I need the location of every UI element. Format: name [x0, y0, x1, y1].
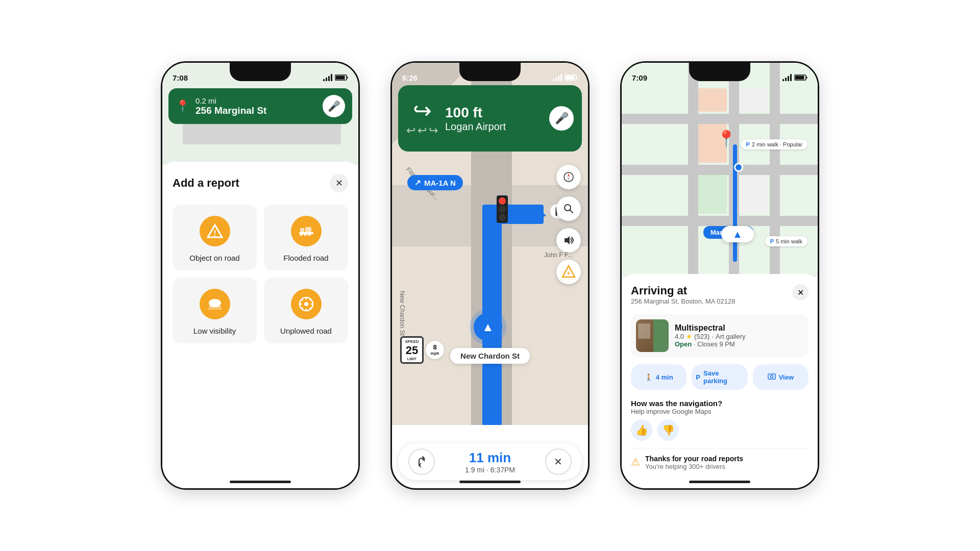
parking-icon: P: [696, 373, 700, 381]
svg-rect-25: [553, 79, 554, 81]
compass-fab[interactable]: [556, 165, 581, 189]
phone-2: 6:26: [390, 61, 590, 490]
arriving-close-button[interactable]: ✕: [792, 284, 808, 300]
battery-icon-3: [794, 74, 807, 81]
report-item-flooded-road[interactable]: Flooded road: [264, 205, 348, 270]
svg-rect-28: [560, 74, 562, 81]
p3-parking-text2: 5 min walk: [776, 238, 802, 244]
thumbs-up-button[interactable]: 👍: [631, 419, 652, 441]
traffic-light-green: [499, 214, 506, 221]
report-item-unplowed-road[interactable]: Unplowed road: [264, 278, 348, 343]
nav2-turn-mini-icons: ↩ ↩ ↪: [406, 124, 438, 137]
search-fab[interactable]: [556, 196, 581, 221]
object-on-road-label: Object on road: [189, 254, 239, 262]
svg-rect-46: [806, 77, 807, 79]
svg-rect-0: [323, 79, 325, 81]
svg-text:+: +: [567, 269, 571, 277]
feedback-subtext: Help improve Google Maps: [631, 408, 808, 415]
report-item-low-visibility[interactable]: Low visibility: [173, 278, 257, 343]
p3-parking-badge2: P 5 min walk: [765, 236, 807, 246]
svg-rect-14: [208, 308, 222, 310]
thumbs-down-button[interactable]: 👎: [657, 419, 679, 441]
signal-icon-3: [782, 74, 792, 81]
phone2-bottom-bar: 11 min 1.9 mi · 6:37PM ✕: [398, 443, 582, 480]
svg-rect-31: [566, 76, 575, 80]
mini-arrow-2: ↩: [418, 124, 427, 137]
speed-limit-container: SPEED 25 LIMIT 8 mph: [400, 336, 444, 364]
report-fab[interactable]: +: [556, 260, 581, 284]
svg-rect-26: [555, 78, 557, 81]
road-report-text-block: Thanks for your road reports You're help…: [645, 455, 743, 470]
feedback-section: How was the navigation? Help improve Goo…: [631, 399, 808, 441]
action-parking-button[interactable]: P Save parking: [692, 364, 747, 390]
phone1-status-icons: [323, 74, 348, 81]
action-walk-button[interactable]: 🚶 4 min: [631, 364, 687, 390]
report-item-object-on-road[interactable]: ! Object on road: [173, 205, 257, 270]
arriving-header: Arriving at 256 Marginal St, Boston, MA …: [631, 284, 808, 312]
flooded-road-label: Flooded road: [283, 254, 328, 262]
parking-label: Save parking: [703, 369, 744, 385]
nav2-street: Logan Airport: [445, 121, 542, 133]
svg-marker-35: [568, 177, 570, 181]
speed-limit-value: 25: [406, 344, 418, 357]
audio-fab[interactable]: [556, 228, 581, 253]
place-name: Multispectral: [675, 323, 746, 333]
feedback-buttons: 👍 👎: [631, 419, 808, 441]
report-add-icon: +: [561, 265, 576, 279]
walk-icon: 🚶: [645, 373, 653, 381]
thumbs-down-icon: 👎: [662, 424, 675, 436]
street-float-label: New Chardon St: [450, 348, 530, 364]
svg-rect-41: [782, 79, 784, 81]
p3-road-h3: [622, 216, 818, 226]
place-status-row: Open · Closes 9 PM: [675, 340, 746, 348]
nav2-close-button[interactable]: ✕: [545, 448, 572, 475]
svg-rect-10: [300, 228, 304, 232]
speed-limit-unit: LIMIT: [407, 357, 416, 361]
search-icon: [563, 203, 574, 214]
place-thumbnail: [636, 319, 669, 352]
phone3-notch: [689, 63, 750, 81]
phone1-nav-distance: 0.2 mi: [195, 96, 316, 105]
star-icon: ★: [686, 333, 692, 340]
unplowed-road-label: Unplowed road: [280, 327, 332, 335]
p3-parking-text1: 2 min walk · Popular: [752, 141, 802, 147]
road-report-subtext: You're helping 300+ drivers: [645, 463, 743, 470]
svg-line-22: [310, 300, 311, 301]
phone1-mic-button[interactable]: 🎤: [323, 95, 345, 117]
p3-route-line: [733, 144, 737, 262]
object-on-road-icon: !: [200, 216, 230, 246]
nav2-routes-button[interactable]: [408, 448, 435, 475]
report-title: Add a report: [173, 177, 239, 190]
report-close-button[interactable]: ✕: [330, 174, 348, 192]
thumbs-up-icon: 👍: [635, 424, 648, 436]
road-report-title: Thanks for your road reports: [645, 455, 743, 463]
phone2-nav-header: ↪ ↩ ↩ ↪ 100 ft Logan Airport 🎤: [398, 85, 582, 152]
speed-current-value: 8: [433, 344, 436, 351]
svg-rect-43: [788, 76, 789, 81]
action-view-button[interactable]: View: [753, 364, 808, 390]
phone3-map: 📍 ▲ Marginal St P 2 min walk · Popular P…: [622, 63, 818, 277]
svg-rect-3: [331, 74, 332, 81]
svg-rect-6: [336, 76, 345, 80]
phone1-home-bar: [230, 481, 291, 483]
feedback-question: How was the navigation?: [631, 399, 808, 408]
nav2-mic-button[interactable]: 🎤: [549, 106, 574, 131]
walk-label: 4 min: [656, 373, 673, 381]
eta-info: 1.9 mi · 6:37PM: [465, 466, 515, 474]
route-line-h: [482, 205, 544, 224]
phone1-notch: [230, 63, 291, 81]
unplowed-road-icon: [291, 289, 322, 319]
place-info: Multispectral 4.0 ★ (523) · Art gallery …: [675, 323, 746, 348]
phone2-home-bar: [459, 481, 521, 483]
phone1-nav-header: 📍 0.2 mi 256 Marginal St 🎤: [168, 88, 352, 124]
phone1-nav-street: 256 Marginal St: [195, 105, 316, 116]
user-location-marker: ▲: [474, 313, 502, 341]
mini-arrow-3: ↪: [429, 124, 438, 137]
speed-current-unit: mph: [431, 352, 439, 356]
phone3-status-icons: [782, 74, 807, 81]
place-type: Art gallery: [716, 333, 746, 340]
report-grid: ! Object on road Flooded road: [173, 205, 348, 343]
place-card[interactable]: Multispectral 4.0 ★ (523) · Art gallery …: [631, 314, 808, 357]
low-visibility-icon: [200, 289, 230, 319]
phone1-nav-text: 0.2 mi 256 Marginal St: [195, 96, 316, 116]
